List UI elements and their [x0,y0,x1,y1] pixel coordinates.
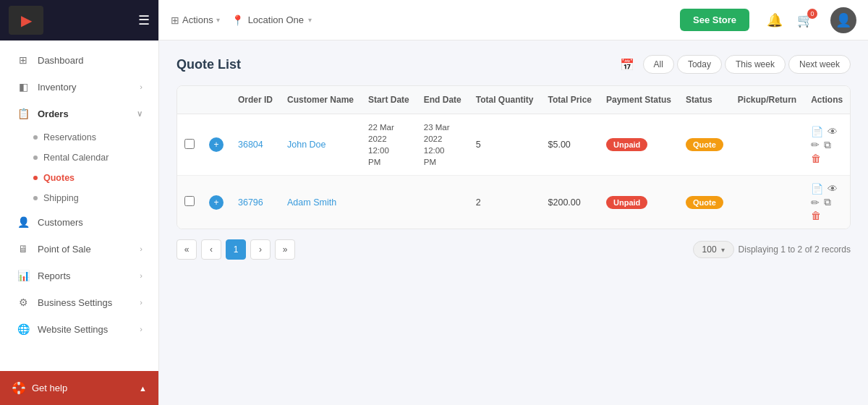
th-end-date: End Date [417,86,469,114]
row1-end-date: 23 Mar202212:00PM [417,114,469,176]
row1-actions-row3: 🗑 [811,153,843,164]
row2-actions-row3: 🗑 [811,210,843,221]
first-page-button[interactable]: « [176,239,197,260]
dot-icon [33,196,38,200]
row1-view-icon[interactable]: 👁 [827,126,838,137]
row2-delete-icon[interactable]: 🗑 [811,210,821,221]
sidebar-item-website-settings[interactable]: 🌐 Website Settings › [4,316,154,342]
quotes-table-wrapper: Order ID Customer Name Start Date End Da… [176,85,851,229]
footer-label: Get help [32,383,67,393]
see-store-button[interactable]: See Store [680,9,749,31]
chevron-right-icon: › [140,244,142,253]
sidebar-logo: ▶ ☰ [0,0,158,40]
sidebar-item-customers[interactable]: 👤 Customers [4,209,154,235]
sidebar-item-reports[interactable]: 📊 Reports › [4,263,154,289]
th-status: Status [678,86,731,114]
table-row: + 36796 Adam Smith 2 $200.00 U [177,176,850,229]
row2-checkbox[interactable] [184,196,195,206]
row2-status: Quote [678,176,731,229]
row2-view-icon[interactable]: 👁 [827,183,838,195]
filter-all[interactable]: All [643,55,674,74]
cart-icon[interactable]: 🛒 0 [797,12,813,28]
sidebar-item-label: Dashboard [38,55,142,66]
actions-icon: ⊞ [171,14,179,26]
actions-dropdown[interactable]: ⊞ Actions ▾ [171,14,220,26]
avatar[interactable]: 👤 [830,7,856,33]
row2-document-icon[interactable]: 📄 [811,183,823,195]
location-dropdown[interactable]: 📍 Location One ▾ [231,14,312,26]
page-title: Quote List [176,57,608,72]
quotes-table: Order ID Customer Name Start Date End Da… [177,86,850,229]
row1-total-price: $5.00 [541,114,599,176]
hamburger-icon[interactable]: ☰ [138,12,150,28]
main-area: ⊞ Actions ▾ 📍 Location One ▾ See Store 🔔… [159,0,868,405]
sidebar-item-orders[interactable]: 📋 Orders ∨ [4,101,154,127]
dashboard-icon: ⊞ [16,54,30,66]
row2-start-date [361,176,417,229]
pos-icon: 🖥 [16,243,30,255]
row1-status: Quote [678,114,731,176]
row2-order-id-link[interactable]: 36796 [238,197,263,208]
calendar-icon[interactable]: 📅 [620,58,634,72]
avatar-icon: 👤 [835,12,851,28]
get-help-button[interactable]: 🛟 Get help ▲ [0,371,158,405]
row1-document-icon[interactable]: 📄 [811,126,823,137]
filter-today[interactable]: Today [677,55,722,74]
row1-edit-icon[interactable]: ✏ [811,139,820,150]
row1-customer-link[interactable]: John Doe [287,140,326,150]
row1-delete-icon[interactable]: 🗑 [811,153,821,164]
bell-icon[interactable]: 🔔 [767,12,783,28]
page-1-button[interactable]: 1 [226,239,246,260]
th-order-id: Order ID [231,86,280,114]
row1-total-quantity: 5 [469,114,541,176]
row1-order-id: 36804 [231,114,280,176]
sidebar-item-shipping[interactable]: Shipping [0,188,158,208]
sidebar: ▶ ☰ ⊞ Dashboard ◧ Inventory › 📋 Orders ∨… [0,0,159,405]
row2-payment-status: Unpaid [599,176,678,229]
next-page-button[interactable]: › [250,239,271,260]
row1-actions-row1: 📄 👁 [811,126,843,137]
row2-expand-button[interactable]: + [209,195,224,210]
th-start-date: Start Date [361,86,417,114]
reports-icon: 📊 [16,270,30,281]
dot-icon [33,155,38,160]
dot-icon [33,135,38,140]
row2-customer-link[interactable]: Adam Smith [287,197,336,208]
sidebar-subitem-label: Quotes [43,173,75,183]
last-page-button[interactable]: » [275,239,295,260]
location-icon: 📍 [231,14,244,26]
sidebar-item-rental-calendar[interactable]: Rental Calendar [0,148,158,168]
sidebar-item-quotes[interactable]: Quotes [0,168,158,188]
row1-actions-cell: 📄 👁 ✏ ⧉ 🗑 [811,126,843,164]
sidebar-item-label: Point of Sale [38,244,132,255]
row1-unpaid-badge: Unpaid [606,138,647,151]
row2-expand-cell: + [202,176,231,229]
sidebar-item-point-of-sale[interactable]: 🖥 Point of Sale › [4,236,154,262]
per-page-dropdown[interactable]: 100 ▾ [693,241,734,258]
row2-edit-icon[interactable]: ✏ [811,197,820,208]
row2-copy-icon[interactable]: ⧉ [824,196,831,208]
filter-bar: 📅 All Today This week Next week [620,55,851,74]
sidebar-subitem-label: Rental Calendar [43,153,109,163]
row1-checkbox[interactable] [184,139,195,149]
topbar: ⊞ Actions ▾ 📍 Location One ▾ See Store 🔔… [159,0,868,40]
th-customer-name: Customer Name [280,86,361,114]
filter-next-week[interactable]: Next week [788,55,851,74]
prev-page-button[interactable]: ‹ [201,239,221,260]
sidebar-item-label: Inventory [38,82,132,93]
chevron-up-icon: ▲ [139,384,147,393]
sidebar-item-inventory[interactable]: ◧ Inventory › [4,74,154,100]
sidebar-item-reservations[interactable]: Reservations [0,127,158,148]
row1-copy-icon[interactable]: ⧉ [824,139,831,151]
location-label: Location One [248,14,304,25]
filter-this-week[interactable]: This week [725,55,786,74]
row1-order-id-link[interactable]: 36804 [238,140,263,150]
pagination-bar: « ‹ 1 › » 100 ▾ Displaying 1 to 2 of 2 r… [176,229,851,261]
row1-expand-button[interactable]: + [209,137,224,152]
row1-checkbox-cell [177,114,202,176]
sidebar-item-dashboard[interactable]: ⊞ Dashboard [4,47,154,73]
sidebar-item-business-settings[interactable]: ⚙ Business Settings › [4,289,154,315]
cart-badge: 0 [807,9,817,19]
settings-icon: ⚙ [16,297,30,308]
table-row: + 36804 John Doe 22 Mar202212:00PM 23 Ma [177,114,850,176]
